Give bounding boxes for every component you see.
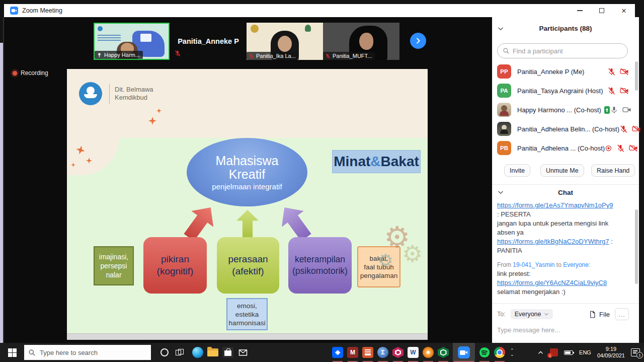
video-tile-happy-harmono[interactable]: Happy Harm...	[94, 23, 170, 60]
orange-app-icon	[362, 347, 373, 358]
tile-name-label: Panitia_Ika La...	[256, 53, 296, 59]
pink-hex-app-button[interactable]	[390, 343, 406, 362]
unmute-me-button[interactable]: Unmute Me	[540, 164, 584, 177]
participant-row[interactable]: PB Panitia_Adhelena ... (Co-host)	[497, 139, 629, 157]
action-center-icon[interactable]: 1	[631, 348, 640, 356]
zoom-taskbar-button[interactable]	[453, 343, 475, 362]
orange-gear-app-button[interactable]	[421, 343, 436, 362]
start-button[interactable]	[0, 343, 24, 362]
camera-off-icon	[632, 124, 641, 133]
video-tile-muft[interactable]: Panitia_MUFT...	[323, 23, 399, 60]
avatar: PP	[497, 64, 511, 79]
search-icon	[503, 47, 510, 54]
recording-dot-icon	[13, 71, 17, 76]
tray-security-icon[interactable]: 1	[550, 348, 558, 356]
file-explorer-button[interactable]	[205, 343, 220, 362]
chat-text: link pretest:	[497, 269, 624, 278]
chrome-button[interactable]	[492, 343, 507, 362]
green-hex-app-button[interactable]	[436, 343, 451, 362]
participant-name: Panitia_Tasya Angraini (Host)	[517, 87, 603, 95]
section-divider	[492, 184, 639, 185]
participant-search-input[interactable]	[513, 47, 613, 55]
store-button[interactable]	[220, 343, 235, 362]
minat-bakat-box: Minat & Bakat	[332, 150, 421, 173]
tag-bakat: Bakat	[381, 154, 419, 170]
emosi-line1: emosi,	[237, 302, 257, 310]
chat-composer: To: Everyone File ...	[497, 308, 629, 334]
mic-on-icon	[610, 106, 618, 114]
tile-person-face	[359, 33, 373, 50]
dropbox-button[interactable]: ❖	[330, 343, 345, 362]
slide-bottom-band	[67, 333, 428, 340]
chat-link[interactable]: https://forms.gle/Y6AcNZ4CiaL9viyC8	[497, 279, 607, 286]
cortana-button[interactable]	[157, 343, 172, 362]
taskbar-overflow-chevrons[interactable]: ⌃⌄	[510, 348, 514, 356]
participant-row[interactable]: Happy Harmono ... (Co-host)	[497, 101, 629, 119]
spotify-button[interactable]	[477, 343, 492, 362]
recipient-dropdown[interactable]: Everyone	[511, 309, 553, 319]
participant-row[interactable]: PA Panitia_Tasya Angraini (Host)	[497, 82, 629, 100]
maximize-button[interactable]	[591, 4, 613, 17]
stats-app-button[interactable]: Σ	[375, 343, 390, 362]
tile-emblem-green	[305, 25, 311, 32]
mic-muted-icon	[616, 144, 625, 153]
avatar	[497, 122, 511, 136]
video-tile-ika[interactable]: Panitia_Ika La...	[247, 23, 323, 60]
zoom-app-icon	[10, 7, 18, 15]
battery-icon[interactable]	[564, 350, 573, 355]
file-button[interactable]: File	[589, 311, 610, 318]
dropbox-icon: ❖	[332, 347, 343, 358]
mic-muted-icon	[174, 50, 181, 57]
clock[interactable]: 9:19 04/09/2021	[597, 346, 625, 359]
mendeley-button[interactable]: M	[345, 343, 360, 362]
side-panel: Participants (88) PP Panitia_Anneke P (M…	[492, 17, 639, 343]
search-icon	[28, 349, 36, 356]
logo-divider	[109, 84, 110, 104]
time: 9:19	[606, 346, 616, 352]
participants-scrollbar[interactable]	[635, 61, 638, 91]
edge-button[interactable]	[190, 343, 205, 362]
chat-sender[interactable]: 19-041_Yasmin	[513, 261, 554, 268]
chat-message-input[interactable]	[497, 326, 623, 334]
mic-muted-icon	[607, 87, 616, 95]
taskbar-search-input[interactable]	[40, 349, 135, 356]
mic-muted-icon	[607, 67, 616, 76]
participant-search-box[interactable]	[497, 43, 628, 58]
chat-link[interactable]: https://forms.gle/1eAs7YmapvNm1oPy9	[497, 201, 613, 209]
word-app-button[interactable]: W	[406, 343, 421, 362]
orange-app-button[interactable]	[360, 343, 375, 362]
invite-button[interactable]: Invite	[504, 164, 530, 177]
more-options-button[interactable]: ...	[615, 308, 629, 320]
shared-screen-slide: Dit. Belmawa Kemdikbud Mahasiswa Kreatif…	[67, 69, 428, 340]
show-hidden-icons-chevron[interactable]	[537, 349, 544, 356]
green-hex-app-icon	[438, 347, 449, 358]
file-label: File	[599, 311, 610, 318]
chat-scrollbar[interactable]	[635, 209, 638, 284]
recipient-value: Everyone	[515, 311, 541, 318]
camera-on-icon	[622, 105, 631, 114]
chevron-right-icon	[414, 37, 422, 45]
window-title: Zoom Meeting	[22, 7, 62, 14]
kemdikbud-logo-icon	[79, 82, 102, 105]
pink-hex-app-icon	[392, 347, 404, 358]
mic-muted-icon	[325, 53, 331, 59]
participant-row[interactable]: PP Panitia_Anneke P (Me)	[497, 62, 629, 81]
next-videos-button[interactable]	[410, 33, 426, 49]
mic-muted-icon	[619, 125, 628, 133]
raise-hand-button[interactable]: Raise Hand	[591, 164, 635, 177]
avatar: PB	[497, 141, 511, 155]
to-label: To:	[497, 311, 506, 318]
task-view-button[interactable]	[172, 343, 187, 362]
video-tile-anneke[interactable]: Panitia_Anneke P	[170, 23, 247, 60]
mail-button[interactable]	[235, 343, 251, 362]
chat-recipient[interactable]: Everyone:	[563, 261, 590, 268]
imajinasi-line3: nalar	[106, 270, 121, 279]
close-button[interactable]: ✕	[613, 4, 635, 17]
minimize-button[interactable]	[569, 4, 591, 17]
word-app-icon: W	[408, 347, 419, 358]
taskbar-search-box[interactable]	[24, 345, 151, 360]
chat-link[interactable]: https://forms.gle/tkBgNaC2oDYWthrg7	[497, 238, 609, 245]
language-indicator[interactable]: ENG	[579, 349, 591, 355]
participant-row[interactable]: Panitia_Adhelena Belin... (Co-host)	[497, 120, 629, 138]
screen-share-badge-icon	[604, 106, 610, 114]
